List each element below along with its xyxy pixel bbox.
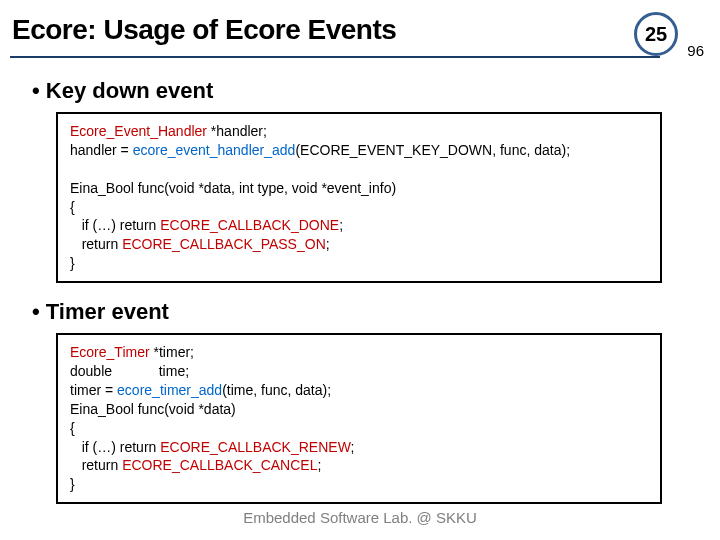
title-row: Ecore: Usage of Ecore Events <box>0 0 720 46</box>
code-fn: ecore_timer_add <box>117 382 222 398</box>
code-text: if (…) return <box>70 217 160 233</box>
bullet-timer: Timer event <box>32 299 662 325</box>
page-current: 25 <box>645 23 667 46</box>
code-text: ; <box>351 439 355 455</box>
code-text: Eina_Bool func(void *data, int type, voi… <box>70 180 396 196</box>
code-text: double time; <box>70 363 189 379</box>
code-box-timer: Ecore_Timer *timer; double time; timer =… <box>56 333 662 504</box>
title-underline <box>10 56 660 58</box>
code-fn: ecore_event_handler_add <box>133 142 296 158</box>
code-text: ; <box>339 217 343 233</box>
footer-text: Embedded Software Lab. @ SKKU <box>0 509 720 526</box>
slide: Ecore: Usage of Ecore Events 25 96 Key d… <box>0 0 720 540</box>
code-box-keydown: Ecore_Event_Handler *handler; handler = … <box>56 112 662 283</box>
slide-title: Ecore: Usage of Ecore Events <box>12 14 720 46</box>
code-text: if (…) return <box>70 439 160 455</box>
code-const: ECORE_CALLBACK_PASS_ON <box>122 236 326 252</box>
code-const: ECORE_CALLBACK_DONE <box>160 217 339 233</box>
page-number-badge: 25 <box>634 12 678 56</box>
code-text: (time, func, data); <box>222 382 331 398</box>
code-text: ; <box>317 457 321 473</box>
code-text: { <box>70 199 75 215</box>
code-const: ECORE_CALLBACK_CANCEL <box>122 457 317 473</box>
code-text: timer = <box>70 382 117 398</box>
code-text: Eina_Bool func(void *data) <box>70 401 236 417</box>
code-text: *timer; <box>150 344 194 360</box>
code-type: Ecore_Timer <box>70 344 150 360</box>
code-text: (ECORE_EVENT_KEY_DOWN, func, data); <box>295 142 570 158</box>
page-total: 96 <box>687 42 704 59</box>
code-text: return <box>70 457 122 473</box>
code-text: } <box>70 476 75 492</box>
code-text: } <box>70 255 75 271</box>
code-type: Ecore_Event_Handler <box>70 123 207 139</box>
code-text: { <box>70 420 75 436</box>
code-text: handler = <box>70 142 133 158</box>
content-area: Key down event Ecore_Event_Handler *hand… <box>32 78 662 520</box>
code-const: ECORE_CALLBACK_RENEW <box>160 439 350 455</box>
bullet-keydown: Key down event <box>32 78 662 104</box>
code-text: return <box>70 236 122 252</box>
code-text: *handler; <box>207 123 267 139</box>
code-text: ; <box>326 236 330 252</box>
